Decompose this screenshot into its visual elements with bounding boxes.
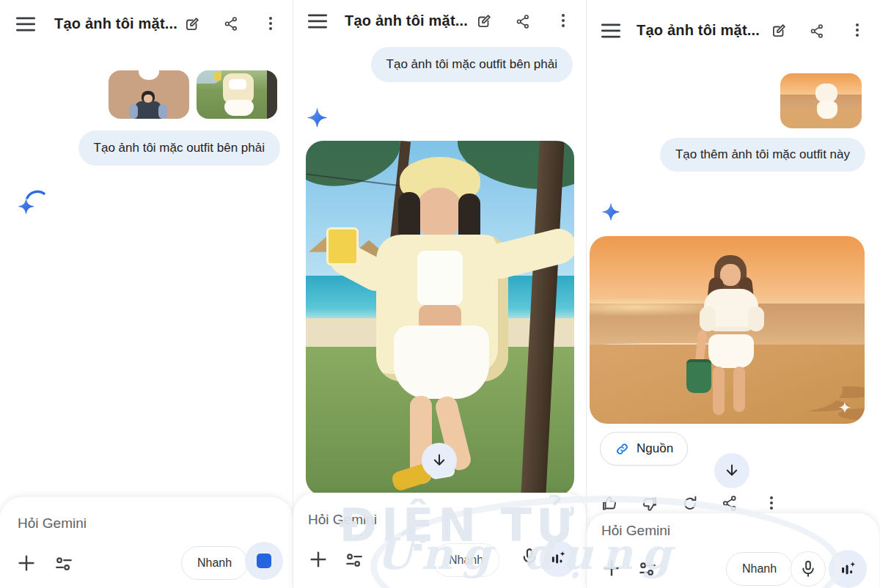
share-icon[interactable] bbox=[223, 15, 240, 32]
thumbs-up-icon[interactable] bbox=[600, 494, 619, 513]
user-message-bubble: Tạo ảnh tôi mặc outfit bên phải bbox=[371, 47, 573, 82]
leg bbox=[713, 367, 725, 415]
source-button[interactable]: Nguồn bbox=[600, 432, 688, 466]
gemini-live-button[interactable] bbox=[829, 550, 867, 588]
model-mode-chip[interactable]: Nhanh bbox=[433, 543, 499, 577]
chat-title: Tạo ảnh tôi mặt... bbox=[637, 22, 760, 39]
generated-image-sunset-beach[interactable] bbox=[590, 236, 865, 424]
share-icon[interactable] bbox=[809, 23, 826, 40]
overflow-menu-icon[interactable] bbox=[554, 12, 572, 29]
gemini-sparkle-icon bbox=[307, 107, 329, 129]
prompt-placeholder: Hỏi Gemini bbox=[601, 523, 670, 539]
overflow-menu-icon[interactable] bbox=[848, 21, 866, 39]
crop-top bbox=[417, 251, 463, 305]
download-image-button[interactable] bbox=[714, 453, 749, 488]
new-chat-icon[interactable] bbox=[770, 21, 788, 40]
photo-notch bbox=[139, 70, 159, 80]
add-attachment-button[interactable] bbox=[16, 553, 37, 573]
panel-1: Tạo ảnh tôi mặt... Tạo ảnh tô bbox=[0, 0, 293, 588]
attachment-outfit-photo[interactable] bbox=[197, 70, 277, 119]
stop-icon bbox=[257, 554, 271, 568]
gemini-loading-spinner bbox=[18, 188, 50, 220]
outfit-skirt bbox=[224, 100, 254, 116]
chat-title: Tạo ảnh tôi mặt... bbox=[345, 12, 468, 29]
prompt-input-card[interactable]: Hỏi Gemini Nhanh bbox=[587, 513, 879, 588]
person-sleeve bbox=[158, 104, 167, 119]
outfit-top bbox=[229, 79, 246, 89]
download-image-button[interactable] bbox=[422, 443, 457, 478]
thumbs-down-icon[interactable] bbox=[640, 494, 659, 513]
image-watermark-sparkle-icon bbox=[837, 400, 853, 416]
drink-cup bbox=[326, 227, 359, 265]
face bbox=[416, 188, 463, 239]
puff-sleeve bbox=[700, 306, 716, 331]
panel-2: Tạo ảnh tôi mặt... Tạo ảnh tôi mặc outfi… bbox=[293, 0, 586, 588]
attachment-sunset-photo[interactable] bbox=[780, 73, 862, 128]
white-skirt bbox=[394, 326, 489, 399]
white-top bbox=[815, 84, 837, 103]
prompt-input-card[interactable]: Hỏi Gemini Nhanh bbox=[293, 493, 586, 588]
hamburger-menu-icon[interactable] bbox=[16, 16, 35, 32]
model-mode-chip[interactable]: Nhanh bbox=[181, 546, 248, 580]
mic-icon[interactable] bbox=[519, 547, 540, 567]
mic-button[interactable] bbox=[791, 551, 826, 587]
chat-title: Tạo ảnh tôi mặt... bbox=[54, 15, 177, 32]
gemini-live-button[interactable] bbox=[540, 540, 576, 577]
white-shorts bbox=[817, 101, 837, 119]
share-icon[interactable] bbox=[515, 13, 532, 30]
user-message-bubble: Tạo ảnh tôi mặc outfit bên phải bbox=[78, 131, 280, 166]
prompt-input-card[interactable]: Hỏi Gemini Nhanh bbox=[0, 497, 293, 588]
drink-cup bbox=[214, 72, 221, 81]
gemini-sparkle-icon bbox=[601, 202, 621, 222]
panel-3: Tạo ảnh tôi mặt... Tạo thêm ảnh tôi mặc … bbox=[587, 0, 879, 588]
share-response-icon[interactable] bbox=[721, 494, 739, 512]
panel-divider bbox=[293, 0, 293, 588]
prompt-placeholder: Hỏi Gemini bbox=[18, 515, 87, 532]
regenerate-icon[interactable] bbox=[681, 494, 700, 513]
model-mode-chip[interactable]: Nhanh bbox=[726, 552, 793, 586]
person-sleeve bbox=[129, 104, 138, 119]
mic-icon bbox=[799, 559, 818, 578]
attachment-portrait-photo[interactable] bbox=[109, 70, 189, 119]
gemini-app-screenshots: Tạo ảnh tôi mặt... Tạo ảnh tô bbox=[0, 0, 880, 588]
hamburger-menu-icon[interactable] bbox=[601, 23, 620, 39]
person-face bbox=[144, 95, 153, 103]
live-waveform-icon bbox=[838, 559, 858, 579]
tune-icon[interactable] bbox=[345, 551, 364, 570]
tune-icon[interactable] bbox=[54, 554, 73, 573]
source-label: Nguồn bbox=[637, 441, 673, 456]
panel-divider bbox=[586, 0, 587, 588]
tree-trunk bbox=[267, 70, 277, 119]
more-actions-icon[interactable] bbox=[763, 494, 780, 512]
add-attachment-button[interactable] bbox=[601, 558, 622, 578]
footprints bbox=[755, 367, 843, 411]
new-chat-icon[interactable] bbox=[475, 12, 494, 30]
green-handbag bbox=[686, 359, 711, 393]
link-icon bbox=[615, 441, 630, 457]
tune-icon[interactable] bbox=[638, 559, 657, 578]
download-icon bbox=[430, 452, 448, 469]
stop-generating-button[interactable] bbox=[245, 542, 283, 580]
download-icon bbox=[723, 462, 741, 479]
live-waveform-icon bbox=[549, 549, 568, 568]
add-attachment-button[interactable] bbox=[308, 549, 329, 570]
prompt-placeholder: Hỏi Gemini bbox=[308, 512, 377, 528]
puff-sleeve bbox=[748, 306, 764, 331]
user-message-bubble: Tạo thêm ảnh tôi mặc outfit này bbox=[660, 138, 865, 172]
person-vest bbox=[135, 101, 161, 119]
overflow-menu-icon[interactable] bbox=[262, 15, 279, 32]
leg bbox=[733, 367, 745, 412]
new-chat-icon[interactable] bbox=[183, 15, 202, 33]
white-shorts bbox=[708, 334, 754, 368]
hamburger-menu-icon[interactable] bbox=[308, 13, 327, 29]
gemini-sparkle-icon bbox=[18, 198, 35, 216]
